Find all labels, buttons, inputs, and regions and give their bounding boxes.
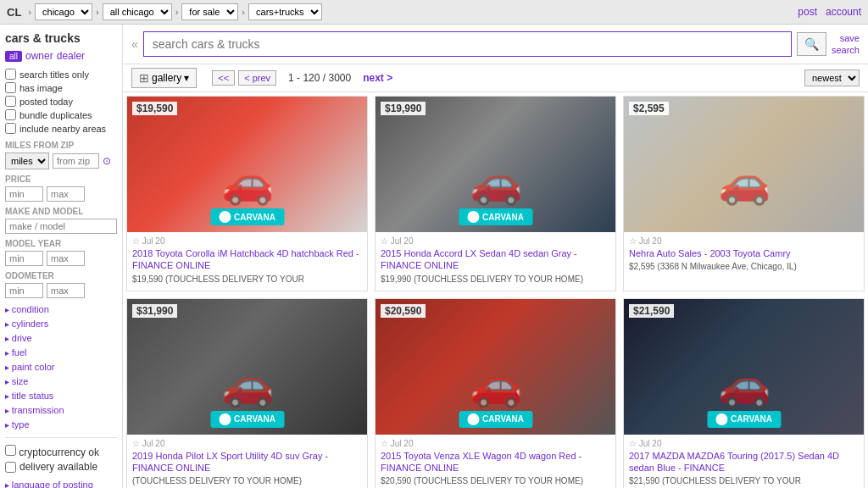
search-titles-checkbox[interactable]: [5, 69, 16, 80]
include-nearby-label[interactable]: include nearby areas: [5, 123, 117, 134]
expand-link-type[interactable]: type: [5, 419, 117, 430]
odometer-label: ODOMETER: [5, 271, 117, 280]
include-nearby-checkbox[interactable]: [5, 123, 16, 134]
listing-details: $2,595 (3368 N Milwaukee Ave, Chicago, I…: [629, 261, 859, 273]
content-area: « 🔍 save search ⊞ gallery ▾ << < prev 1 …: [123, 25, 868, 488]
search-button[interactable]: 🔍: [797, 32, 826, 56]
listings-grid: 🚗$19,590 CARVANA☆ Jul 202018 Toyota Coro…: [123, 92, 868, 488]
expand-link-transmission[interactable]: transmission: [5, 404, 117, 416]
category-select[interactable]: cars+trucks: [248, 3, 322, 20]
odo-min-input[interactable]: [5, 283, 43, 298]
star-icon[interactable]: ☆: [629, 439, 637, 448]
price-label: PRICE: [5, 175, 117, 184]
listing-title[interactable]: 2015 Toyota Venza XLE Wagon 4D wagon Red…: [381, 450, 610, 474]
carvana-badge: CARVANA: [210, 208, 284, 225]
listing-info: ☆ Jul 202019 Honda Pilot LX Sport Utilit…: [127, 435, 367, 488]
listing-meta: ☆ Jul 20: [381, 439, 610, 448]
listing-details: $21,590 (TOUCHLESS DELIVERY TO YOUR: [629, 475, 859, 487]
listing-title[interactable]: 2018 Toyota Corolla iM Hatchback 4D hatc…: [132, 247, 362, 272]
star-icon[interactable]: ☆: [132, 439, 140, 448]
posted-today-label[interactable]: posted today: [5, 96, 117, 107]
star-icon[interactable]: ☆: [132, 236, 140, 246]
star-icon[interactable]: ☆: [629, 236, 637, 246]
zip-input[interactable]: [53, 153, 99, 169]
nav-buttons: << < prev: [212, 70, 276, 86]
all-badge[interactable]: all: [5, 51, 22, 62]
arrow-1: ›: [28, 7, 31, 17]
owner-link[interactable]: owner: [25, 50, 53, 62]
listing-image: 🚗$19,590 CARVANA: [127, 97, 367, 232]
listing-card[interactable]: 🚗$20,590 CARVANA☆ Jul 202015 Toyota Venz…: [375, 298, 616, 488]
expand-link-drive[interactable]: drive: [5, 332, 117, 344]
make-model-label: MAKE AND MODEL: [5, 207, 117, 216]
top-right-links: post account: [798, 6, 861, 18]
results-count: 1 - 120 / 3000: [288, 72, 351, 84]
miles-select[interactable]: miles: [5, 152, 49, 169]
sort-select[interactable]: newest price ↑ price ↓: [804, 69, 860, 86]
sidebar: cars & trucks all owner dealer search ti…: [0, 25, 123, 488]
search-input[interactable]: [143, 31, 792, 57]
year-min-input[interactable]: [5, 251, 43, 266]
listing-meta: ☆ Jul 20: [132, 439, 362, 448]
delivery-label[interactable]: delivery available: [5, 461, 117, 473]
listing-image: 🚗$31,990 CARVANA: [127, 299, 367, 435]
gallery-button[interactable]: ⊞ gallery ▾: [131, 68, 197, 88]
collapse-button[interactable]: «: [131, 37, 138, 51]
post-link[interactable]: post: [798, 6, 817, 18]
star-icon[interactable]: ☆: [381, 439, 388, 448]
price-badge: $21,590: [629, 304, 674, 318]
bundle-duplicates-checkbox[interactable]: [5, 109, 16, 120]
expand-link-title-status[interactable]: title status: [5, 390, 117, 402]
bottom-filters: cryptocurrency ok delivery available: [5, 437, 117, 473]
listing-card[interactable]: 🚗$31,990 CARVANA☆ Jul 202019 Honda Pilot…: [126, 298, 368, 488]
price-min-input[interactable]: [5, 186, 43, 202]
city-select[interactable]: chicago: [35, 3, 92, 20]
listing-card[interactable]: 🚗$2,595☆ Jul 20Nehra Auto Sales - 2003 T…: [623, 96, 865, 291]
price-badge: $31,990: [132, 304, 177, 318]
expand-links: conditioncylindersdrivefuelpaint colorsi…: [5, 303, 117, 430]
has-image-checkbox[interactable]: [5, 82, 16, 93]
listing-title[interactable]: 2017 MAZDA MAZDA6 Touring (2017.5) Sedan…: [629, 450, 859, 474]
expand-link-paint-color[interactable]: paint color: [5, 361, 117, 373]
posted-today-checkbox[interactable]: [5, 96, 16, 107]
bundle-duplicates-label[interactable]: bundle duplicates: [5, 109, 117, 120]
topbar: CL › chicago › all chicago › for sale › …: [0, 0, 868, 25]
crypto-label[interactable]: cryptocurrency ok: [5, 446, 99, 458]
search-titles-label[interactable]: search titles only: [5, 69, 117, 80]
year-max-input[interactable]: [47, 251, 85, 266]
save-search-button[interactable]: save search: [832, 32, 860, 57]
odo-range: [5, 283, 117, 298]
listing-info: ☆ Jul 202015 Toyota Venza XLE Wagon 4D w…: [376, 435, 615, 488]
prev-button[interactable]: < prev: [238, 70, 276, 86]
prev-prev-button[interactable]: <<: [212, 70, 235, 86]
expand-link-cylinders[interactable]: cylinders: [5, 318, 117, 330]
delivery-checkbox[interactable]: [5, 462, 16, 473]
listing-card[interactable]: 🚗$19,590 CARVANA☆ Jul 202018 Toyota Coro…: [126, 96, 368, 291]
account-link[interactable]: account: [826, 6, 861, 18]
location-icon[interactable]: ⊙: [103, 155, 111, 167]
price-max-input[interactable]: [47, 186, 85, 202]
crypto-checkbox[interactable]: [5, 445, 16, 456]
price-range: [5, 186, 117, 202]
listing-title[interactable]: Nehra Auto Sales - 2003 Toyota Camry: [629, 247, 859, 259]
listing-card[interactable]: 🚗$21,590 CARVANA☆ Jul 202017 MAZDA MAZDA…: [623, 298, 865, 488]
language-link[interactable]: language of posting: [5, 480, 117, 488]
expand-link-fuel[interactable]: fuel: [5, 347, 117, 358]
transaction-select[interactable]: for sale: [181, 3, 238, 20]
has-image-label[interactable]: has image: [5, 82, 117, 93]
results-toolbar: ⊞ gallery ▾ << < prev 1 - 120 / 3000 nex…: [123, 64, 868, 92]
model-year-label: MODEL YEAR: [5, 239, 117, 248]
dealer-link[interactable]: dealer: [57, 50, 85, 62]
arrow-3: ›: [175, 7, 179, 17]
star-icon[interactable]: ☆: [381, 236, 388, 246]
expand-link-condition[interactable]: condition: [5, 303, 117, 315]
expand-link-size[interactable]: size: [5, 375, 117, 387]
make-model-input[interactable]: [5, 219, 117, 234]
odo-max-input[interactable]: [47, 283, 85, 298]
area-select[interactable]: all chicago: [103, 3, 172, 20]
listing-title[interactable]: 2015 Honda Accord LX Sedan 4D sedan Gray…: [381, 247, 610, 272]
listing-card[interactable]: 🚗$19,990 CARVANA☆ Jul 202015 Honda Accor…: [375, 96, 616, 291]
next-button[interactable]: next >: [363, 72, 392, 84]
sort-dropdown: newest price ↑ price ↓: [804, 69, 860, 86]
listing-title[interactable]: 2019 Honda Pilot LX Sport Utility 4D suv…: [132, 450, 362, 474]
